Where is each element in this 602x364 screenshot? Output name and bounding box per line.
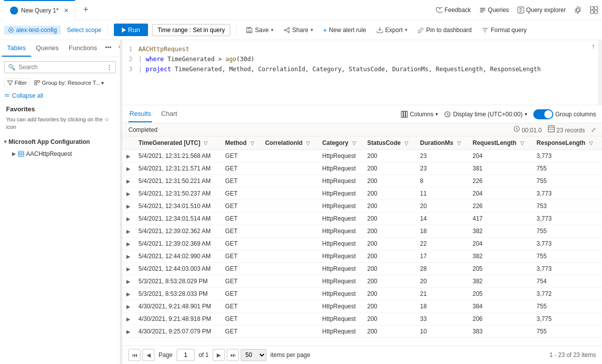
time-range-button[interactable]: Time range : Set in query [152, 24, 230, 36]
group-by-button[interactable]: Group by: Resource T... ▾ [32, 79, 106, 87]
settings-button[interactable] [574, 6, 582, 14]
col-filter-durationms[interactable]: ▽ [457, 140, 461, 146]
tab-queries[interactable]: Queries [31, 40, 64, 57]
page-last-button[interactable]: ⏭ [227, 349, 239, 361]
share-button[interactable]: Share ▾ [280, 25, 316, 36]
results-table-container: TimeGenerated [UTC] ▽ Method ▽ Correlati… [122, 136, 602, 345]
row-expand-icon[interactable]: ▶ [126, 266, 130, 272]
row-expand-icon[interactable]: ▶ [126, 241, 130, 247]
row-expand-icon[interactable]: ▶ [126, 316, 130, 322]
layout-button[interactable] [590, 6, 598, 14]
tab-results[interactable]: Results [128, 106, 152, 122]
table-cell: 205 [469, 263, 533, 275]
row-expand-icon[interactable]: ▶ [126, 166, 130, 171]
col-filter-correlationid[interactable]: ▽ [306, 140, 310, 146]
query-explorer-button[interactable]: Query explorer [517, 7, 566, 14]
table-item-aachttprequest[interactable]: ▶ AACHttpRequest [0, 148, 120, 159]
ms-app-config-section[interactable]: ▾ Microsoft App Configuration [0, 135, 120, 148]
tab-tables[interactable]: Tables [2, 40, 31, 57]
page-number-input[interactable] [177, 349, 195, 361]
table-cell: 206 [469, 313, 533, 325]
row-expand-icon[interactable]: ▶ [126, 304, 130, 309]
col-header-responselength[interactable]: ResponseLength ▽ [533, 136, 602, 150]
table-cell: HttpRequest [318, 225, 363, 238]
row-expand-icon[interactable]: ▶ [126, 229, 130, 234]
tab-chart[interactable]: Chart [160, 106, 178, 122]
col-filter-category[interactable]: ▽ [352, 140, 356, 146]
sidebar-collapse-button[interactable]: « [114, 40, 120, 57]
row-expand-icon[interactable]: ▶ [126, 291, 130, 297]
layout-icon [590, 6, 598, 14]
results-table: TimeGenerated [UTC] ▽ Method ▽ Correlati… [122, 136, 602, 338]
results-tbody: ▶5/4/2021, 12:31:21.568 AMGETHttpRequest… [122, 150, 602, 338]
items-per-page-select[interactable]: 50 100 200 [241, 349, 266, 361]
row-expand-icon[interactable]: ▶ [126, 329, 130, 334]
table-cell: 11 [416, 188, 469, 200]
col-header-category[interactable]: Category ▽ [318, 136, 363, 150]
svg-rect-5 [594, 7, 597, 10]
table-cell: GET [221, 162, 261, 175]
col-filter-responselength[interactable]: ▽ [589, 140, 593, 146]
top-bar: New Query 1* ✕ + Feedback Queries Query … [0, 0, 602, 20]
col-header-requestlength[interactable]: RequestLength ▽ [469, 136, 533, 150]
sidebar-more-icon[interactable]: ••• [102, 40, 114, 57]
columns-button[interactable]: Columns ▾ [401, 111, 438, 118]
row-expand-icon[interactable]: ▶ [126, 216, 130, 222]
collapse-icon [4, 93, 10, 99]
row-expand-icon[interactable]: ▶ [126, 178, 130, 184]
page-next-button[interactable]: ▶ [213, 349, 225, 361]
editor-scroll-top[interactable]: ↑ [588, 40, 598, 52]
results-options: Columns ▾ Display time (UTC+00:00) ▾ Gro… [401, 109, 596, 119]
col-filter-requestlength[interactable]: ▽ [520, 140, 524, 146]
pin-dashboard-button[interactable]: Pin to dashboard [414, 25, 475, 36]
row-expand-icon[interactable]: ▶ [126, 191, 130, 197]
search-options-icon[interactable]: ⋮ [106, 63, 113, 71]
feedback-button[interactable]: Feedback [435, 7, 471, 14]
table-cell: HttpRequest [318, 238, 363, 250]
col-filter-method[interactable]: ▽ [250, 140, 254, 146]
new-alert-button[interactable]: + New alert rule [320, 24, 369, 36]
status-right: 00:01.0 23 records ⤢ [513, 125, 596, 134]
col-header-method[interactable]: Method ▽ [221, 136, 261, 150]
run-button[interactable]: Run [114, 24, 148, 36]
expand-icon: ▶ [12, 151, 16, 156]
col-header-statuscode[interactable]: StatusCode ▽ [363, 136, 416, 150]
col-header-correlationid[interactable]: CorrelationId ▽ [261, 136, 318, 150]
page-prev-button[interactable]: ◀ [142, 349, 155, 361]
table-cell: 21 [416, 288, 469, 300]
toggle-switch[interactable] [533, 109, 553, 119]
search-input[interactable] [4, 61, 116, 73]
col-filter-timegen[interactable]: ▽ [204, 140, 208, 146]
expand-results-icon[interactable]: ⤢ [591, 126, 596, 133]
table-cell: 5/3/2021, 8:53:28.029 PM [134, 275, 221, 288]
queries-button[interactable]: Queries [479, 7, 509, 14]
group-columns-toggle[interactable]: Group columns [533, 109, 596, 119]
table-row: ▶4/30/2021, 9:25:07.079 PMGETHttpRequest… [122, 325, 602, 338]
save-icon [246, 27, 253, 34]
code-content[interactable]: AACHttpRequest | where TimeGenerated > a… [138, 44, 602, 74]
tab-new-query[interactable]: New Query 1* ✕ [4, 0, 75, 20]
save-button[interactable]: Save ▾ [243, 25, 276, 36]
select-scope-button[interactable]: Select scope [67, 27, 101, 34]
col-header-durationms[interactable]: DurationMs ▽ [416, 136, 469, 150]
add-tab-button[interactable]: + [77, 5, 95, 15]
table-cell: 5/4/2021, 12:44:03.003 AM [134, 263, 221, 275]
row-expand-icon[interactable]: ▶ [126, 204, 130, 209]
export-button[interactable]: Export ▾ [373, 25, 410, 36]
filter-button[interactable]: Filter [4, 78, 30, 87]
col-header-timegen[interactable]: TimeGenerated [UTC] ▽ [134, 136, 221, 150]
display-time-button[interactable]: Display time (UTC+00:00) ▾ [444, 111, 527, 118]
format-query-button[interactable]: Format query [479, 25, 529, 36]
editor-pane[interactable]: 123 AACHttpRequest | where TimeGenerated… [122, 40, 602, 105]
group-icon [34, 80, 40, 86]
page-first-button[interactable]: ⏮ [128, 349, 140, 361]
row-expand-icon[interactable]: ▶ [126, 153, 130, 159]
table-cell: 3,775 [533, 313, 602, 325]
col-filter-statuscode[interactable]: ▽ [404, 140, 408, 146]
tab-close-icon[interactable]: ✕ [64, 7, 69, 14]
row-expand-icon[interactable]: ▶ [126, 279, 130, 284]
row-expand-icon[interactable]: ▶ [126, 254, 130, 259]
collapse-all-button[interactable]: Collapse all [0, 90, 120, 101]
tab-functions[interactable]: Functions [64, 40, 102, 57]
table-cell [261, 188, 318, 200]
